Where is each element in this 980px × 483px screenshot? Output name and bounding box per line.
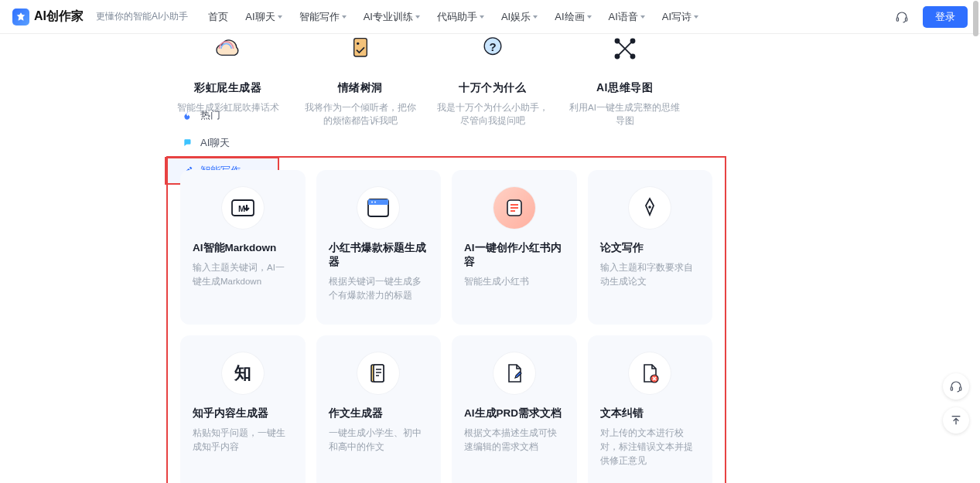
- customer-service-button[interactable]: [943, 373, 969, 400]
- question-icon: ?: [474, 34, 511, 67]
- paper-icon: [342, 34, 379, 67]
- chevron-down-icon: [415, 15, 420, 19]
- nav-poem[interactable]: AI写诗: [662, 10, 698, 24]
- card-xhs-title[interactable]: 小红书爆款标题生成器 根据关键词一键生成多个有爆款潜力的标题: [316, 170, 442, 325]
- floating-actions: [943, 373, 969, 434]
- brand-name: AI创作家: [34, 9, 84, 25]
- nav-label: AI写诗: [662, 10, 691, 24]
- card-title: 情绪树洞: [300, 81, 420, 95]
- svg-rect-16: [368, 199, 388, 205]
- card-mindmap[interactable]: AI思维导图 利用AI一键生成完整的思维导图: [565, 34, 685, 128]
- nav-fun[interactable]: AI娱乐: [501, 10, 538, 24]
- card-desc: 智能生成小红书: [464, 275, 565, 289]
- card-why[interactable]: ? 十万个为什么 我是十万个为什么小助手，尽管向我提问吧: [432, 34, 552, 128]
- nav-aichat[interactable]: AI聊天: [245, 10, 282, 24]
- card-essay[interactable]: 作文生成器 一键生成小学生、初中和高中的作文: [316, 335, 442, 483]
- nav-pro[interactable]: AI专业训练: [364, 10, 420, 24]
- card-desc: 我将作为一个倾听者，把你的烦恼都告诉我吧: [300, 101, 420, 128]
- chevron-down-icon: [587, 15, 592, 19]
- nav-label: AI绘画: [555, 10, 584, 24]
- pen-icon: [629, 187, 671, 229]
- markdown-icon: M: [222, 187, 264, 229]
- nav-label: AI聊天: [245, 10, 275, 24]
- card-desc: 一键生成小学生、初中和高中的作文: [329, 427, 429, 454]
- mindmap-icon: [606, 34, 644, 67]
- card-desc: 输入主题关键词，AI一键生成Markdown: [193, 261, 293, 289]
- scrollbar-thumb[interactable]: [973, 1, 978, 36]
- nav-label: 首页: [208, 10, 228, 24]
- cloud-icon: [210, 34, 247, 67]
- svg-text:?: ?: [489, 40, 496, 53]
- nav-draw[interactable]: AI绘画: [555, 10, 591, 24]
- card-desc: 对上传的文本进行校对，标注错误文本并提供修正意见: [600, 427, 701, 468]
- card-xhs-content[interactable]: AI一键创作小红书内容 智能生成小红书: [452, 170, 577, 325]
- card-prd[interactable]: AI生成PRD需求文档 根据文本描述生成可快速编辑的需求文档: [452, 335, 577, 483]
- svg-point-17: [371, 202, 373, 203]
- svg-rect-25: [960, 387, 961, 391]
- card-title: AI智能Markdown: [193, 241, 293, 255]
- svg-point-18: [374, 202, 376, 203]
- card-desc: 根据文本描述生成可快速编辑的需求文档: [464, 427, 565, 454]
- svg-rect-5: [353, 39, 367, 56]
- svg-rect-24: [951, 387, 952, 391]
- nav-label: AI娱乐: [501, 10, 531, 24]
- card-paper[interactable]: 论文写作 输入主题和字数要求自动生成论文: [588, 170, 713, 325]
- nav-label: 智能写作: [299, 10, 340, 24]
- nav-label: AI语音: [609, 10, 638, 24]
- support-icon[interactable]: [895, 10, 909, 24]
- logo-icon: [12, 9, 29, 26]
- card-title: AI一键创作小红书内容: [464, 241, 565, 269]
- card-title: 文本纠错: [600, 406, 701, 420]
- card-desc: 我是十万个为什么小助手，尽管向我提问吧: [432, 101, 552, 128]
- svg-rect-1: [906, 17, 907, 21]
- card-desc: 输入主题和字数要求自动生成论文: [600, 261, 701, 289]
- top-nav: 首页 AI聊天 智能写作 AI专业训练 代码助手 AI娱乐 AI绘画 AI语音 …: [208, 10, 889, 24]
- card-title: 作文生成器: [329, 406, 429, 420]
- window-icon: [357, 187, 399, 229]
- card-markdown[interactable]: M AI智能Markdown 输入主题关键词，AI一键生成Markdown: [180, 170, 306, 325]
- card-desc: 粘贴知乎问题，一键生成知乎内容: [193, 427, 293, 454]
- card-title: AI思维导图: [565, 81, 685, 95]
- card-title: 论文写作: [600, 241, 701, 255]
- nav-label: 代码助手: [437, 10, 477, 24]
- login-button[interactable]: 登录: [923, 6, 968, 28]
- svg-rect-0: [896, 17, 898, 21]
- doc-error-icon: [629, 352, 671, 394]
- brand-logo[interactable]: AI创作家: [12, 9, 84, 26]
- svg-point-6: [357, 43, 359, 45]
- top-header: AI创作家 更懂你的智能AI小助手 首页 AI聊天 智能写作 AI专业训练 代码…: [0, 0, 980, 34]
- chevron-down-icon: [533, 15, 538, 19]
- nav-code[interactable]: 代码助手: [437, 10, 484, 24]
- nav-home[interactable]: 首页: [208, 10, 228, 24]
- writing-tools-grid: M AI智能Markdown 输入主题关键词，AI一键生成Markdown 小红…: [166, 156, 726, 483]
- chevron-down-icon: [342, 15, 347, 19]
- nav-write[interactable]: 智能写作: [299, 10, 347, 24]
- card-desc: 根据关键词一键生成多个有爆款潜力的标题: [329, 275, 429, 303]
- nav-label: AI专业训练: [364, 10, 413, 24]
- card-title: 知乎内容生成器: [193, 406, 293, 420]
- chevron-down-icon: [480, 15, 484, 19]
- card-zhihu[interactable]: 知 知乎内容生成器 粘贴知乎问题，一键生成知乎内容: [180, 335, 306, 483]
- nav-voice[interactable]: AI语音: [609, 10, 645, 24]
- svg-point-20: [648, 206, 651, 209]
- card-desc: 智能生成彩虹屁吹捧话术: [168, 101, 288, 114]
- chevron-down-icon: [278, 15, 282, 19]
- card-correct[interactable]: 文本纠错 对上传的文本进行校对，标注错误文本并提供修正意见: [588, 335, 713, 483]
- note-icon: [493, 187, 535, 229]
- brand-tagline: 更懂你的智能AI小助手: [96, 10, 188, 23]
- scroll-to-top-button[interactable]: [943, 407, 969, 434]
- feature-row-top: 彩虹屁生成器 智能生成彩虹屁吹捧话术 情绪树洞 我将作为一个倾听者，把你的烦恼都…: [168, 34, 685, 128]
- chevron-down-icon: [694, 15, 698, 19]
- card-title: 小红书爆款标题生成器: [329, 241, 429, 269]
- doc-edit-icon: [493, 352, 535, 394]
- card-title: AI生成PRD需求文档: [464, 406, 565, 420]
- card-title: 十万个为什么: [432, 81, 552, 95]
- svg-rect-22: [374, 365, 384, 382]
- card-rainbow[interactable]: 彩虹屁生成器 智能生成彩虹屁吹捧话术: [168, 34, 288, 128]
- card-title: 彩虹屁生成器: [168, 81, 288, 95]
- chevron-down-icon: [640, 15, 645, 19]
- card-desc: 利用AI一键生成完整的思维导图: [565, 101, 685, 128]
- essay-icon: [357, 352, 399, 394]
- zhihu-icon: 知: [222, 352, 264, 394]
- card-treehole[interactable]: 情绪树洞 我将作为一个倾听者，把你的烦恼都告诉我吧: [300, 34, 420, 128]
